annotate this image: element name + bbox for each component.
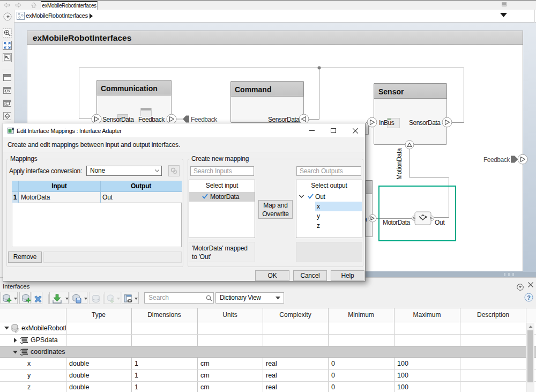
svg-text:MotionData: MotionData [396, 148, 403, 180]
svg-text:?: ? [527, 294, 531, 301]
